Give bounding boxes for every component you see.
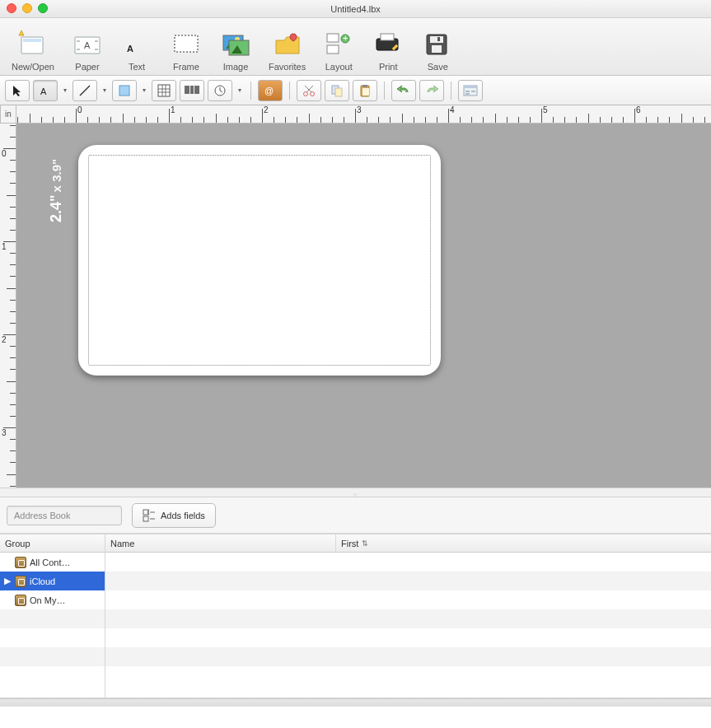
minimize-window-button[interactable] [22, 3, 32, 13]
image-label: Image [223, 62, 249, 72]
svg-rect-25 [119, 86, 129, 96]
vertical-ruler[interactable]: 0123 [0, 124, 16, 488]
cut-button[interactable] [297, 80, 321, 101]
frame-button[interactable]: Frame [161, 26, 211, 75]
label-dimensions: 2.4" x 3.9" [48, 159, 65, 222]
image-icon [219, 27, 252, 60]
line-tool-dropdown[interactable]: ▾ [101, 86, 109, 94]
new-open-label: New/Open [12, 62, 54, 72]
group-row-all-contacts[interactable]: All Cont… [0, 553, 105, 572]
group-list[interactable]: All Cont… ▶ iCloud On My… [0, 553, 105, 698]
new-open-button[interactable]: New/Open [3, 26, 63, 75]
svg-rect-35 [363, 85, 367, 87]
disclosure-triangle-icon[interactable]: ▶ [3, 576, 12, 586]
shape-icon [118, 84, 131, 97]
copy-button[interactable] [325, 80, 349, 101]
barcode-icon [184, 84, 200, 97]
favorites-button[interactable]: Favorites [260, 26, 314, 75]
barcode-tool-button[interactable] [180, 80, 204, 101]
svg-text:@: @ [264, 86, 274, 96]
zoom-window-button[interactable] [38, 3, 48, 13]
table-row[interactable] [105, 666, 711, 685]
layout-icon: + [322, 27, 355, 60]
contacts-icon [15, 595, 26, 606]
data-source-label: Address Book [14, 511, 70, 520]
database-toolbar: Address Book Adds fields [0, 497, 711, 534]
shape-tool-dropdown[interactable]: ▾ [140, 86, 148, 94]
svg-text:+: + [343, 33, 348, 43]
shape-tool-button[interactable] [112, 80, 137, 101]
datetime-dropdown[interactable]: ▾ [236, 86, 244, 94]
label-safe-area [88, 155, 431, 366]
line-icon [78, 84, 91, 97]
add-fields-label: Adds fields [161, 511, 205, 520]
data-source-field[interactable]: Address Book [7, 506, 122, 525]
image-button[interactable]: Image [211, 26, 260, 75]
redo-icon [424, 84, 439, 97]
text-label: Text [129, 62, 145, 72]
contacts-icon [15, 576, 26, 587]
save-button[interactable]: Save [413, 26, 462, 75]
paste-button[interactable] [353, 80, 377, 101]
pointer-tool-button[interactable] [5, 80, 30, 101]
undo-icon [396, 84, 411, 97]
group-column: Group All Cont… ▶ iCloud On My… [0, 534, 105, 698]
table-row[interactable] [105, 628, 711, 647]
horizontal-ruler[interactable]: 0123456 [16, 105, 711, 124]
contacts-icon [15, 557, 26, 568]
label-height: 2.4" [48, 194, 64, 222]
table-row[interactable] [105, 590, 711, 609]
frame-label: Frame [173, 62, 199, 72]
table-tool-button[interactable] [152, 80, 176, 101]
text-button[interactable]: A Text [112, 26, 161, 75]
datetime-tool-button[interactable] [208, 80, 232, 101]
group-header[interactable]: Group [0, 539, 35, 548]
svg-rect-34 [363, 88, 369, 96]
table-row[interactable] [105, 609, 711, 628]
name-header[interactable]: Name [105, 534, 336, 552]
sort-icon: ⇅ [362, 539, 368, 548]
panel-resize-bar[interactable]: ○ [0, 488, 711, 497]
close-window-button[interactable] [7, 3, 16, 13]
table-row[interactable] [105, 647, 711, 666]
separator [250, 82, 251, 100]
svg-marker-22 [13, 86, 21, 96]
svg-rect-6 [175, 35, 198, 52]
save-label: Save [428, 62, 448, 72]
email-tool-button[interactable]: @ [258, 80, 283, 101]
properties-icon [463, 85, 478, 96]
label-width: x 3.9" [49, 159, 63, 192]
undo-button[interactable] [391, 80, 416, 101]
group-row-on-my-mac[interactable]: On My… [0, 590, 105, 609]
group-label: All Cont… [30, 558, 71, 567]
frame-icon [170, 27, 203, 60]
separator [451, 82, 451, 100]
table-icon [157, 84, 171, 97]
label-object[interactable] [78, 145, 441, 376]
at-icon: @ [264, 84, 277, 97]
ruler-unit: in [0, 105, 16, 124]
group-row-icloud[interactable]: ▶ iCloud [0, 572, 105, 590]
svg-rect-37 [464, 86, 477, 88]
table-row[interactable] [105, 572, 711, 590]
pointer-icon [11, 84, 24, 97]
design-canvas[interactable]: 2.4" x 3.9" [16, 124, 711, 488]
line-tool-button[interactable] [73, 80, 97, 101]
paper-label: Paper [75, 62, 99, 72]
print-button[interactable]: Print [363, 26, 413, 75]
table-row[interactable] [105, 553, 711, 572]
text-tool-dropdown[interactable]: ▾ [61, 86, 69, 94]
add-fields-button[interactable]: Adds fields [132, 503, 216, 528]
separator [384, 82, 385, 100]
data-columns: Name First⇅ [105, 534, 711, 698]
text-tool-button[interactable]: A [33, 80, 58, 101]
first-header[interactable]: First⇅ [336, 539, 711, 548]
layout-button[interactable]: + Layout [314, 26, 363, 75]
redo-button[interactable] [419, 80, 444, 101]
properties-button[interactable] [458, 80, 483, 101]
svg-rect-19 [430, 36, 443, 43]
group-label: On My… [30, 595, 65, 605]
record-list[interactable] [105, 553, 711, 698]
paper-button[interactable]: A Paper [63, 26, 112, 75]
svg-line-24 [80, 86, 90, 96]
